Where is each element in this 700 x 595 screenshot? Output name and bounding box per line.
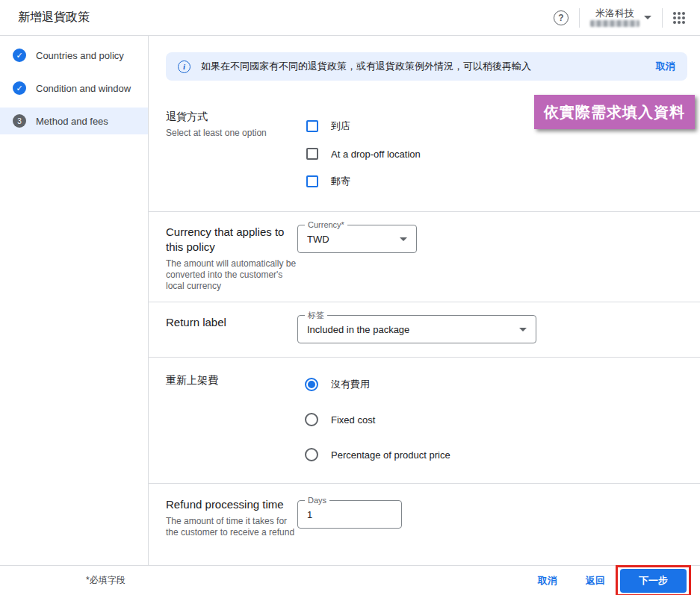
radio-icon xyxy=(305,448,318,461)
sidebar-step-condition[interactable]: ✓ Condition and window xyxy=(0,75,148,102)
account-menu[interactable]: 米洛科技 xyxy=(590,8,651,27)
stepper-sidebar: ✓ Countries and policy ✓ Condition and w… xyxy=(0,36,149,565)
next-step-button[interactable]: 下一步 xyxy=(620,569,687,593)
app-header: 新增退貨政策 ? 米洛科技 xyxy=(0,0,700,36)
back-button[interactable]: 返回 xyxy=(586,574,605,588)
section-return-label: Return label 标签 Included in the package xyxy=(149,302,700,357)
chevron-down-icon xyxy=(644,16,651,19)
currency-select[interactable]: Currency* TWD xyxy=(297,225,417,253)
section-currency: Currency that applies to this policy The… xyxy=(149,211,700,302)
account-id-redacted xyxy=(590,20,639,27)
dropdown-arrow-icon xyxy=(519,328,527,331)
section-helper: The amount will automatically be convert… xyxy=(166,258,297,292)
info-banner: i 如果在不同國家有不同的退貨政策，或有退貨政策例外情況，可以稍後再輸入 取消 xyxy=(166,52,687,81)
radio-fixed-cost[interactable]: Fixed cost xyxy=(305,413,700,426)
step-number-icon: 3 xyxy=(13,114,26,128)
cancel-button[interactable]: 取消 xyxy=(538,574,557,588)
radio-no-fee[interactable]: 沒有費用 xyxy=(305,378,700,391)
radio-icon xyxy=(305,413,318,426)
dropdown-arrow-icon xyxy=(400,237,407,241)
section-title: 重新上架費 xyxy=(166,374,297,387)
checkbox-icon xyxy=(306,148,318,160)
apps-grid-icon[interactable] xyxy=(673,12,685,24)
sidebar-step-method[interactable]: 3 Method and fees xyxy=(0,108,148,134)
days-field: Days xyxy=(297,500,402,529)
page-title: 新增退貨政策 xyxy=(18,10,90,25)
header-actions: ? 米洛科技 xyxy=(554,8,685,28)
section-restocking-fee: 重新上架費 沒有費用 Fixed cost Percentage of prod… xyxy=(149,357,700,483)
sidebar-step-countries[interactable]: ✓ Countries and policy xyxy=(0,42,148,69)
help-icon[interactable]: ? xyxy=(554,10,569,25)
section-helper: Select at least one option xyxy=(166,128,297,139)
required-fields-note: *必填字段 xyxy=(86,574,126,587)
info-icon: i xyxy=(178,60,191,73)
checkbox-by-mail[interactable]: 郵寄 xyxy=(306,175,700,188)
section-title: Refund processing time xyxy=(166,497,297,512)
return-label-select[interactable]: 标签 Included in the package xyxy=(297,315,536,343)
header-divider xyxy=(579,8,580,28)
radio-percentage[interactable]: Percentage of product price xyxy=(305,448,700,461)
footer-bar: *必填字段 取消 返回 下一步 xyxy=(0,565,700,595)
radio-selected-icon xyxy=(305,378,318,391)
checkbox-icon xyxy=(306,175,318,187)
checkbox-icon xyxy=(306,120,318,132)
section-helper: The amount of time it takes for the cust… xyxy=(166,516,297,538)
section-title: 退貨方式 xyxy=(166,110,297,124)
section-title: Return label xyxy=(166,315,297,330)
section-title: Currency that applies to this policy xyxy=(166,225,297,255)
check-circle-icon: ✓ xyxy=(13,49,26,62)
account-name: 米洛科技 xyxy=(595,8,634,19)
days-input[interactable] xyxy=(307,509,392,520)
banner-text: 如果在不同國家有不同的退貨政策，或有退貨政策例外情況，可以稍後再輸入 xyxy=(201,60,531,73)
checkbox-drop-off[interactable]: At a drop-off location xyxy=(306,148,700,160)
main-content: i 如果在不同國家有不同的退貨政策，或有退貨政策例外情況，可以稍後再輸入 取消 … xyxy=(149,36,700,565)
check-circle-icon: ✓ xyxy=(13,81,26,95)
annotation-red-box: 下一步 xyxy=(616,565,691,595)
annotation-note: 依實際需求填入資料 xyxy=(534,95,695,129)
banner-dismiss-link[interactable]: 取消 xyxy=(656,60,675,73)
header-divider xyxy=(662,8,663,28)
section-refund-time: Refund processing time The amount of tim… xyxy=(149,483,700,564)
